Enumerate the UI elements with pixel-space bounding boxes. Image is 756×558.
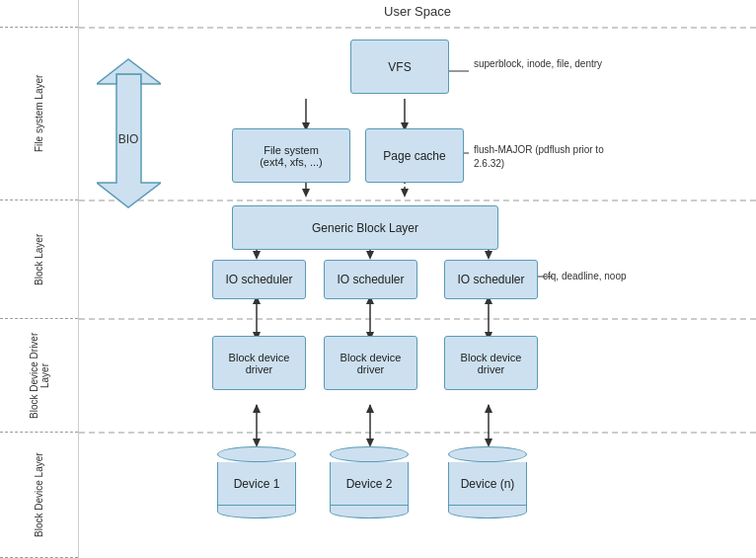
block-driver-2-box: Block device driver: [324, 336, 417, 390]
device-2-cylinder: Device 2: [330, 446, 409, 518]
cylinder-1-top: [217, 446, 296, 462]
block-driver-3-box: Block device driver: [444, 336, 538, 390]
svg-marker-15: [366, 251, 374, 260]
svg-marker-17: [485, 251, 492, 260]
cylinder-1-body: Device 1: [217, 462, 296, 506]
cylinder-n-bottom: [448, 505, 527, 518]
io-scheduler-3-box: IO scheduler: [444, 260, 538, 299]
block-driver-1-box: Block device driver: [212, 336, 306, 390]
cylinder-2-body: Device 2: [330, 462, 409, 506]
label-block-device-driver: Block Device Driver Layer: [0, 319, 78, 433]
cylinder-n-body: Device (n): [448, 462, 527, 506]
svg-marker-35: [485, 404, 492, 413]
label-user-space: [0, 0, 78, 28]
svg-marker-9: [302, 189, 310, 198]
cylinder-2-bottom: [330, 505, 409, 518]
cylinder-2-top: [330, 446, 409, 462]
bio-arrow: BIO: [97, 54, 161, 193]
generic-block-box: Generic Block Layer: [232, 205, 498, 250]
main-content: User Space: [79, 0, 756, 558]
io-scheduler-2-box: IO scheduler: [324, 260, 417, 299]
svg-marker-13: [253, 251, 261, 260]
scheduler-annotation: cfq, deadline, noop: [543, 271, 681, 281]
user-space-label: User Space: [79, 4, 756, 19]
filesystem-box: File system (ext4, xfs, ...): [232, 128, 350, 183]
flush-annotation: flush-MAJOR (pdflush prior to 2.6.32): [474, 143, 622, 171]
layer-labels: File system Layer Block Layer Block Devi…: [0, 0, 79, 558]
device-1-cylinder: Device 1: [217, 446, 296, 518]
svg-marker-11: [401, 189, 409, 198]
label-filesystem: File system Layer: [0, 28, 78, 200]
label-block-device: Block Device Layer: [0, 433, 78, 558]
cylinder-1-bottom: [217, 505, 296, 518]
page-cache-box: Page cache: [365, 128, 464, 183]
vfs-box: VFS: [350, 40, 449, 94]
device-n-cylinder: Device (n): [448, 446, 527, 518]
cylinder-n-top: [448, 446, 527, 462]
svg-marker-32: [366, 404, 374, 413]
diagram-container: File system Layer Block Layer Block Devi…: [0, 0, 756, 558]
svg-text:BIO: BIO: [118, 132, 139, 146]
io-scheduler-1-box: IO scheduler: [212, 260, 306, 299]
svg-marker-29: [253, 404, 261, 413]
vfs-annotation: superblock, inode, file, dentry: [474, 57, 632, 71]
label-block: Block Layer: [0, 200, 78, 319]
